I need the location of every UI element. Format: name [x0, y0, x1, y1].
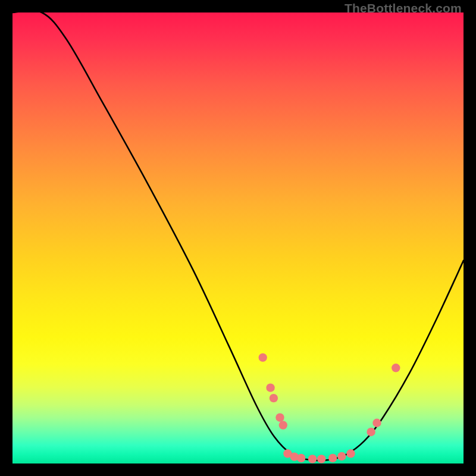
data-point: [372, 419, 381, 427]
data-point: [266, 383, 274, 392]
data-point: [270, 394, 278, 402]
data-point: [346, 449, 355, 458]
data-point: [317, 455, 325, 463]
data-point: [367, 428, 375, 436]
data-point: [297, 454, 305, 462]
data-point: [328, 454, 337, 462]
data-point: [279, 421, 287, 429]
data-point: [258, 353, 267, 362]
data-point: [392, 364, 400, 372]
data-point: [275, 413, 284, 421]
chart-container: TheBottleneck.com: [0, 0, 476, 476]
data-points-group: [258, 353, 400, 464]
data-point: [337, 452, 346, 461]
chart-svg: [12, 12, 464, 464]
bottleneck-curve: [12, 11, 464, 461]
data-point: [308, 455, 317, 463]
